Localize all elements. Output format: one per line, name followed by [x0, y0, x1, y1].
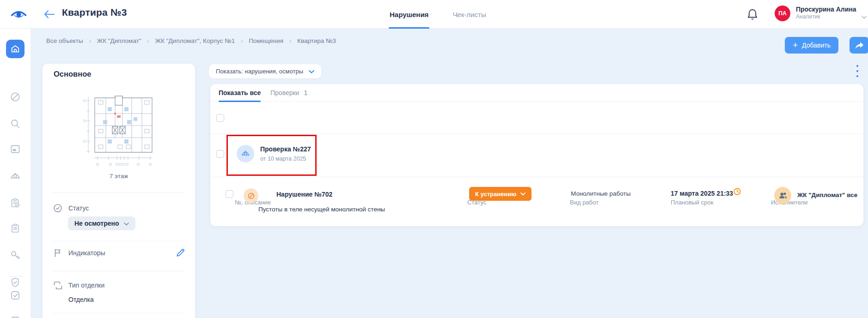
- records-tabs: Показать все Проверки 1: [210, 84, 863, 102]
- breadcrumb-all-objects[interactable]: Все объекты: [46, 37, 83, 44]
- divider: [52, 271, 185, 271]
- breadcrumb-building[interactable]: ЖК "Дипломат", Корпус №1: [155, 37, 235, 44]
- breadcrumb-premises[interactable]: Помещения: [249, 37, 283, 44]
- divider: [52, 313, 185, 313]
- status-circle-check-icon: [53, 204, 62, 213]
- violation-description: Пустоты в теле несущей монолитной стены: [258, 206, 385, 213]
- floor-caption: 7 этаж: [43, 173, 195, 180]
- breadcrumb-separator: ›: [89, 38, 91, 44]
- finish-type-value: Отделка: [68, 296, 94, 303]
- nav-helmet-icon[interactable]: [10, 171, 21, 182]
- more-options-kebab-icon[interactable]: [855, 65, 860, 77]
- divider: [52, 192, 185, 193]
- deadline-clock-icon: [734, 188, 741, 195]
- nav-shield-check-icon[interactable]: [10, 277, 21, 288]
- plus-icon: +: [793, 41, 798, 49]
- divider: [210, 177, 863, 177]
- add-button[interactable]: + Добавить: [785, 37, 838, 54]
- nav-key-icon[interactable]: [10, 250, 21, 261]
- violation-deadline: 17 марта 2025 21:33: [671, 190, 733, 197]
- status-label: Статус: [68, 204, 89, 212]
- indicators-label: Индикаторы: [68, 249, 105, 257]
- nav-more-icon[interactable]: [10, 315, 21, 318]
- breadcrumb-separator: ›: [147, 38, 149, 44]
- user-role: Аналитик: [796, 13, 856, 20]
- notifications-bell-icon[interactable]: [747, 8, 759, 21]
- divider: [210, 134, 863, 134]
- chevron-down-icon: [520, 192, 526, 196]
- edit-pencil-icon[interactable]: [176, 248, 186, 258]
- tab-show-all[interactable]: Показать все: [219, 84, 261, 102]
- nav-search-icon[interactable]: [10, 118, 21, 129]
- object-info-panel: Основное: [43, 64, 195, 318]
- page-title: Квартира №3: [62, 7, 127, 18]
- floor-plan-image[interactable]: [82, 93, 156, 171]
- row-checkbox[interactable]: [216, 150, 224, 158]
- inspection-title[interactable]: Проверка №227: [260, 145, 311, 153]
- tab-count-badge: 1: [304, 89, 307, 96]
- status-dropdown[interactable]: Не осмотрено: [68, 216, 135, 230]
- nav-card-icon[interactable]: [10, 144, 21, 155]
- breadcrumb-separator: ›: [241, 38, 243, 44]
- column-header-deadline: Плановый срок: [671, 199, 713, 206]
- column-header-work-type: Вид работ: [570, 199, 599, 206]
- share-button[interactable]: [850, 37, 868, 54]
- tab-checklists[interactable]: Чек-листы: [452, 0, 486, 29]
- info-panel-title: Основное: [54, 70, 91, 78]
- inspection-helmet-icon: [237, 145, 254, 162]
- violation-work-type: Монолитные работы: [571, 190, 630, 197]
- violation-forbidden-icon: [244, 188, 258, 203]
- nav-rail: [0, 29, 31, 318]
- violation-status-dropdown[interactable]: К устранению: [469, 187, 532, 201]
- show-filter-dropdown[interactable]: Показать: нарушения, осмотры: [209, 64, 321, 78]
- back-button[interactable]: [43, 7, 56, 21]
- nav-checkbox-icon[interactable]: [10, 290, 21, 301]
- breadcrumb: Все объекты › ЖК "Дипломат" › ЖК "Диплом…: [46, 37, 336, 44]
- assignee-name: ЖК "Дипломат" все: [797, 192, 857, 198]
- divider: [52, 241, 185, 241]
- breadcrumb-complex[interactable]: ЖК "Дипломат": [97, 37, 141, 44]
- user-profile[interactable]: ПА Проскурина Алина Аналитик: [775, 6, 856, 21]
- finish-type-label: Тип отделки: [68, 282, 104, 289]
- app-logo-eye-icon[interactable]: [10, 8, 27, 22]
- breadcrumb-separator: ›: [289, 38, 291, 44]
- breadcrumb-current: Квартира №3: [297, 37, 336, 44]
- header-tabs: Нарушения Чек-листы: [390, 0, 486, 29]
- nav-forbidden-icon[interactable]: [10, 91, 21, 102]
- inspection-date: от 10 марта 2025: [260, 156, 306, 162]
- finish-type-icon: [53, 281, 62, 290]
- nav-clipboard-check-icon[interactable]: [10, 198, 21, 209]
- user-avatar: ПА: [775, 6, 790, 21]
- nav-home-icon[interactable]: [6, 40, 24, 58]
- nav-clipboard-icon[interactable]: [10, 223, 21, 234]
- top-bar: Квартира №3 Нарушения Чек-листы ПА Проск…: [0, 0, 868, 29]
- nav-divider: [7, 276, 24, 276]
- select-all-checkbox[interactable]: [216, 114, 224, 122]
- user-name: Проскурина Алина: [796, 6, 856, 13]
- tab-violations[interactable]: Нарушения: [390, 0, 428, 29]
- user-chevron-down-icon: [862, 12, 867, 21]
- flag-icon: [53, 248, 62, 258]
- tab-inspections[interactable]: Проверки 1: [270, 84, 307, 102]
- share-arrow-icon: [855, 42, 864, 49]
- violation-title[interactable]: Нарушение №702: [276, 191, 332, 198]
- assignee-group-avatar: [774, 187, 791, 204]
- chevron-down-icon: [309, 68, 314, 75]
- row-checkbox[interactable]: [226, 190, 233, 198]
- chevron-down-icon: [124, 220, 129, 227]
- records-card: Показать все Проверки 1 №, описание Стат…: [210, 84, 863, 226]
